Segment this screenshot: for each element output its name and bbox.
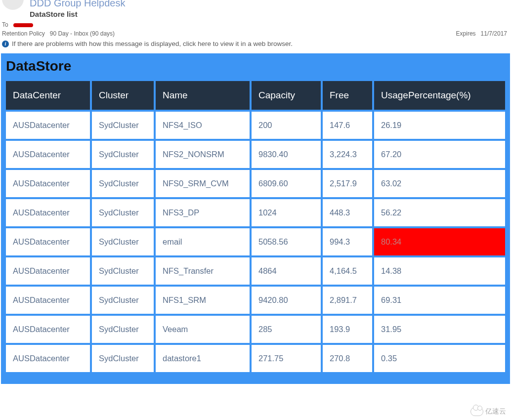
cell-name: NFS4_ISO bbox=[156, 112, 250, 139]
cell-usage: 63.02 bbox=[374, 170, 505, 197]
cell-cluster: SydCluster bbox=[92, 345, 154, 372]
table-row: AUSDatacenterSydClusterdatastore1271.752… bbox=[6, 345, 505, 372]
cell-free: 448.3 bbox=[323, 199, 372, 226]
cell-cluster: SydCluster bbox=[92, 199, 154, 226]
cell-usage: 69.31 bbox=[374, 287, 505, 314]
table-row: AUSDatacenterSydClusterVeeam285193.931.9… bbox=[6, 316, 505, 343]
table-row: AUSDatacenterSydClusteremail5058.56994.3… bbox=[6, 228, 505, 255]
cell-name: NFS_Transfer bbox=[156, 257, 250, 285]
cell-capacity: 200 bbox=[252, 112, 321, 139]
cell-free: 4,164.5 bbox=[323, 257, 372, 285]
expires-label: Expires bbox=[456, 30, 476, 37]
cell-name: NFS1_SRM bbox=[156, 287, 250, 314]
avatar-initials: DG bbox=[5, 0, 20, 2]
info-icon: i bbox=[2, 41, 9, 47]
body-title: DataStore bbox=[4, 55, 507, 79]
retention-label: Retention Policy bbox=[2, 30, 45, 37]
view-in-browser-link[interactable]: If there are problems with how this mess… bbox=[12, 40, 293, 47]
to-label: To bbox=[2, 21, 8, 28]
cell-name: datastore1 bbox=[156, 345, 250, 372]
cell-capacity: 9830.40 bbox=[252, 141, 321, 168]
cell-capacity: 9420.80 bbox=[252, 287, 321, 314]
cell-cluster: SydCluster bbox=[92, 257, 154, 285]
cell-capacity: 6809.60 bbox=[252, 170, 321, 197]
cell-capacity: 271.75 bbox=[252, 345, 321, 372]
cell-datacenter: AUSDatacenter bbox=[6, 345, 90, 372]
email-body: DataStore DataCenter Cluster Name Capaci… bbox=[1, 53, 510, 384]
email-subject: DataStore list bbox=[30, 10, 506, 18]
cell-free: 147.6 bbox=[323, 112, 372, 139]
cell-name: Veeam bbox=[156, 316, 250, 343]
cell-free: 2,891.7 bbox=[323, 287, 372, 314]
cell-cluster: SydCluster bbox=[92, 112, 154, 139]
col-usage: UsagePercentage(%) bbox=[374, 81, 505, 110]
table-row: AUSDatacenterSydClusterNFS1_SRM9420.802,… bbox=[6, 287, 505, 314]
cell-cluster: SydCluster bbox=[92, 141, 154, 168]
email-header: DG DDD Group Helpdesk DataStore list bbox=[0, 0, 511, 20]
to-line: To bbox=[0, 20, 511, 29]
retention-line: Retention Policy 90 Day - Inbox (90 days… bbox=[0, 29, 511, 38]
cell-datacenter: AUSDatacenter bbox=[6, 112, 90, 139]
col-name: Name bbox=[156, 81, 250, 110]
expires-value: 11/7/2017 bbox=[481, 30, 507, 37]
col-cluster: Cluster bbox=[92, 81, 154, 110]
table-row: AUSDatacenterSydClusterNFS4_ISO200147.62… bbox=[6, 112, 505, 139]
cell-usage: 26.19 bbox=[374, 112, 505, 139]
cell-name: NFS3_DP bbox=[156, 199, 250, 226]
cell-usage: 0.35 bbox=[374, 345, 505, 372]
sender-avatar: DG bbox=[2, 0, 24, 10]
col-datacenter: DataCenter bbox=[6, 81, 90, 110]
cell-usage: 14.38 bbox=[374, 257, 505, 285]
cell-datacenter: AUSDatacenter bbox=[6, 141, 90, 168]
email-header-main: DDD Group Helpdesk DataStore list bbox=[30, 0, 506, 18]
cell-name: email bbox=[156, 228, 250, 255]
cell-datacenter: AUSDatacenter bbox=[6, 228, 90, 255]
cell-cluster: SydCluster bbox=[92, 228, 154, 255]
cell-usage: 67.20 bbox=[374, 141, 505, 168]
retention-value: 90 Day - Inbox (90 days) bbox=[50, 30, 115, 37]
cell-datacenter: AUSDatacenter bbox=[6, 287, 90, 314]
cell-datacenter: AUSDatacenter bbox=[6, 257, 90, 285]
datastore-table: DataCenter Cluster Name Capacity Free Us… bbox=[4, 79, 507, 374]
view-in-browser-note: i If there are problems with how this me… bbox=[0, 38, 511, 51]
cell-datacenter: AUSDatacenter bbox=[6, 170, 90, 197]
table-body: AUSDatacenterSydClusterNFS4_ISO200147.62… bbox=[6, 112, 505, 372]
table-row: AUSDatacenterSydClusterNFS3_DP1024448.35… bbox=[6, 199, 505, 226]
cell-cluster: SydCluster bbox=[92, 316, 154, 343]
cell-usage: 31.95 bbox=[374, 316, 505, 343]
table-row: AUSDatacenterSydClusterNFS2_NONSRM9830.4… bbox=[6, 141, 505, 168]
cell-capacity: 4864 bbox=[252, 257, 321, 285]
cell-datacenter: AUSDatacenter bbox=[6, 316, 90, 343]
cell-usage: 80.34 bbox=[374, 228, 505, 255]
cell-name: NFS0_SRM_CVM bbox=[156, 170, 250, 197]
cell-free: 3,224.3 bbox=[323, 141, 372, 168]
table-row: AUSDatacenterSydClusterNFS0_SRM_CVM6809.… bbox=[6, 170, 505, 197]
cell-free: 193.9 bbox=[323, 316, 372, 343]
cell-cluster: SydCluster bbox=[92, 287, 154, 314]
cell-free: 270.8 bbox=[323, 345, 372, 372]
col-capacity: Capacity bbox=[252, 81, 321, 110]
cell-datacenter: AUSDatacenter bbox=[6, 199, 90, 226]
cell-usage: 56.22 bbox=[374, 199, 505, 226]
table-header: DataCenter Cluster Name Capacity Free Us… bbox=[6, 81, 505, 110]
to-redacted bbox=[13, 23, 33, 27]
cell-cluster: SydCluster bbox=[92, 170, 154, 197]
col-free: Free bbox=[323, 81, 372, 110]
table-row: AUSDatacenterSydClusterNFS_Transfer48644… bbox=[6, 257, 505, 285]
cell-name: NFS2_NONSRM bbox=[156, 141, 250, 168]
sender-name: DDD Group Helpdesk bbox=[30, 0, 506, 8]
cell-capacity: 285 bbox=[252, 316, 321, 343]
cell-free: 994.3 bbox=[323, 228, 372, 255]
cell-free: 2,517.9 bbox=[323, 170, 372, 197]
cell-capacity: 5058.56 bbox=[252, 228, 321, 255]
cell-capacity: 1024 bbox=[252, 199, 321, 226]
